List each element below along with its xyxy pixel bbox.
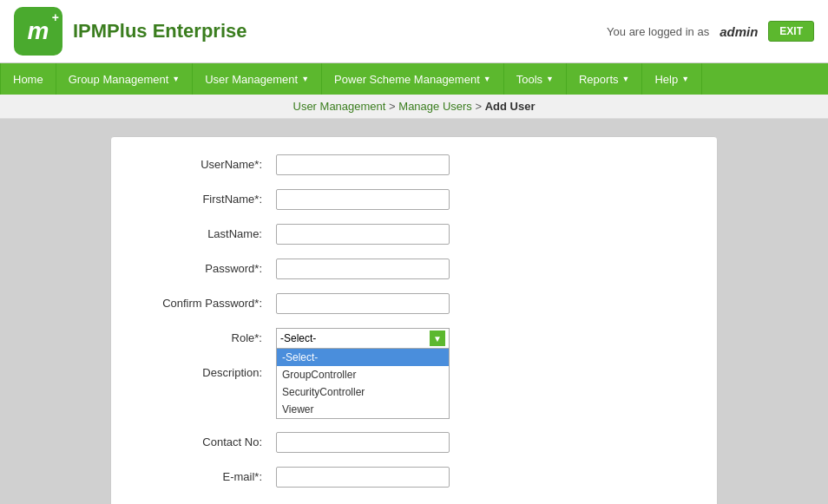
nav-group-management[interactable]: Group Management ▼: [56, 63, 194, 95]
role-dropdown-arrow-icon: ▼: [430, 331, 445, 346]
role-row: Role*: -Select- ▼ -Select- GroupControll…: [137, 328, 691, 349]
main-content: UserName*: FirstName*: LastName: Passwor…: [0, 119, 828, 504]
nav-tools-label: Tools: [516, 73, 542, 86]
navbar: Home Group Management ▼ User Management …: [0, 63, 828, 95]
chevron-down-icon: ▼: [483, 75, 491, 83]
nav-tools[interactable]: Tools ▼: [504, 63, 567, 95]
nav-power-scheme[interactable]: Power Scheme Management ▼: [322, 63, 504, 95]
logo-text: m: [28, 17, 49, 45]
confirm-password-input[interactable]: [276, 293, 450, 314]
header-right: You are logged in as admin EXIT: [607, 21, 814, 42]
role-option-viewer[interactable]: Viewer: [277, 401, 449, 418]
breadcrumb: User Management > Manage Users > Add Use…: [0, 95, 828, 119]
email-row: E-mail*:: [137, 467, 691, 488]
username-input[interactable]: [276, 154, 450, 175]
description-label: Description:: [137, 363, 276, 379]
nav-user-management-label: User Management: [205, 73, 298, 86]
email-label: E-mail*:: [137, 467, 276, 483]
role-wrapper: -Select- ▼ -Select- GroupController Secu…: [276, 328, 450, 349]
role-select[interactable]: -Select- ▼: [276, 328, 450, 349]
nav-power-scheme-label: Power Scheme Management: [334, 73, 480, 86]
role-label: Role*:: [137, 328, 276, 344]
admin-username: admin: [720, 24, 758, 39]
breadcrumb-manage-users[interactable]: Manage Users: [398, 100, 472, 113]
password-input[interactable]: [276, 259, 450, 279]
nav-reports-label: Reports: [579, 73, 619, 86]
role-selected-value: -Select-: [280, 332, 316, 344]
logged-in-label: You are logged in as: [607, 25, 709, 38]
nav-home[interactable]: Home: [0, 63, 56, 95]
nav-reports[interactable]: Reports ▼: [567, 63, 642, 95]
breadcrumb-user-management[interactable]: User Management: [293, 100, 386, 113]
exit-button[interactable]: EXIT: [768, 21, 814, 42]
header: m + IPMPlus Enterprise You are logged in…: [0, 0, 828, 63]
role-dropdown: -Select- GroupController SecurityControl…: [276, 349, 450, 419]
breadcrumb-add-user: Add User: [485, 100, 536, 113]
role-option-groupcontroller[interactable]: GroupController: [277, 366, 449, 383]
nav-group-management-label: Group Management: [69, 73, 169, 86]
logo-plus: +: [52, 10, 59, 24]
username-row: UserName*:: [137, 154, 691, 175]
nav-help-label: Help: [654, 73, 678, 86]
password-row: Password*:: [137, 259, 691, 279]
lastname-input[interactable]: [276, 224, 450, 245]
contact-label: Contact No:: [137, 432, 276, 448]
breadcrumb-sep2: >: [475, 100, 484, 113]
chevron-down-icon: ▼: [681, 75, 689, 83]
nav-user-management[interactable]: User Management ▼: [193, 63, 322, 95]
chevron-down-icon: ▼: [546, 75, 554, 83]
firstname-input[interactable]: [276, 189, 450, 210]
role-option-securitycontroller[interactable]: SecurityController: [277, 383, 449, 401]
firstname-row: FirstName*:: [137, 189, 691, 210]
confirm-password-label: Confirm Password*:: [137, 293, 276, 310]
nav-help[interactable]: Help ▼: [642, 63, 702, 95]
firstname-label: FirstName*:: [137, 189, 276, 206]
role-option-select[interactable]: -Select-: [277, 349, 449, 366]
password-label: Password*:: [137, 259, 276, 275]
add-user-form: UserName*: FirstName*: LastName: Passwor…: [110, 136, 718, 504]
confirm-password-row: Confirm Password*:: [137, 293, 691, 314]
chevron-down-icon: ▼: [172, 75, 180, 83]
email-input[interactable]: [276, 467, 450, 488]
lastname-row: LastName:: [137, 224, 691, 245]
lastname-label: LastName:: [137, 224, 276, 240]
contact-row: Contact No:: [137, 432, 691, 453]
chevron-down-icon: ▼: [622, 75, 630, 83]
logo: m +: [14, 7, 62, 56]
chevron-down-icon: ▼: [301, 75, 309, 83]
username-label: UserName*:: [137, 154, 276, 171]
nav-home-label: Home: [13, 73, 43, 86]
header-left: m + IPMPlus Enterprise: [14, 7, 247, 56]
contact-input[interactable]: [276, 432, 450, 453]
app-title: IPMPlus Enterprise: [73, 20, 247, 43]
breadcrumb-sep1: >: [389, 100, 398, 113]
